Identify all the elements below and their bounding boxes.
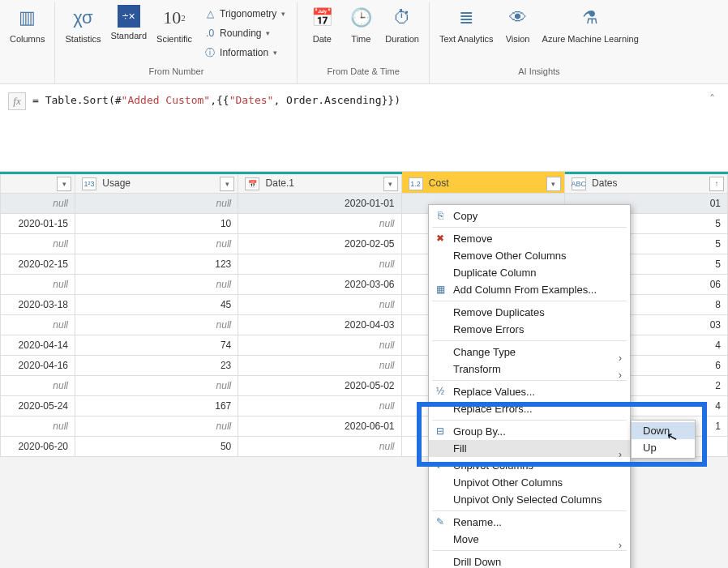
table-cell[interactable]: 2020-02-15 (1, 254, 75, 275)
from-number-group: From Number (148, 66, 203, 78)
information-button[interactable]: ⓘInformation (200, 44, 289, 62)
column-header-dates[interactable]: ABC Dates ↑ (564, 173, 727, 194)
menu-replace-errors[interactable]: Replace Errors... (429, 400, 630, 417)
rounding-icon: .0 (203, 27, 216, 40)
menu-drill-down[interactable]: Drill Down (429, 553, 630, 568)
menu-remove[interactable]: ✖Remove (429, 230, 630, 247)
rounding-button[interactable]: .0Rounding (200, 24, 289, 42)
trig-button[interactable]: △Trigonometry (200, 5, 289, 23)
table-cell[interactable]: null (75, 416, 238, 437)
table-cell[interactable]: null (1, 234, 75, 254)
collapse-formula-button[interactable]: ˄ (704, 92, 720, 105)
table-cell[interactable]: 45 (75, 295, 238, 315)
table-cell[interactable]: 23 (75, 356, 238, 376)
table-cell[interactable]: 74 (75, 335, 238, 356)
fx-button[interactable]: fx (8, 92, 26, 110)
table-cell[interactable]: null (75, 275, 238, 295)
menu-duplicate[interactable]: Duplicate Column (429, 264, 630, 281)
table-cell[interactable]: 2020-01-15 (1, 214, 75, 234)
table-cell[interactable]: null (75, 315, 238, 335)
table-cell[interactable]: null (238, 396, 401, 416)
table-cell[interactable]: 2020-04-03 (238, 315, 401, 335)
menu-change-type[interactable]: Change Type (429, 344, 630, 361)
table-cell[interactable]: 2020-02-05 (238, 234, 401, 254)
table-cell[interactable]: 2020-05-02 (238, 376, 401, 396)
table-cell[interactable]: 167 (75, 396, 238, 416)
menu-fill[interactable]: Fill (429, 440, 630, 457)
menu-unpivot[interactable]: ⤢Unpivot Columns (429, 457, 630, 474)
menu-rename[interactable]: ✎Rename... (429, 514, 630, 531)
filter-dropdown-icon[interactable]: ▾ (57, 177, 71, 191)
info-icon: ⓘ (203, 46, 216, 59)
table-cell[interactable]: 2020-01-01 (238, 194, 401, 214)
menu-remove-err[interactable]: Remove Errors (429, 321, 630, 338)
filter-dropdown-icon[interactable]: ▾ (383, 177, 398, 191)
table-cell[interactable]: 2020-05-24 (1, 396, 75, 416)
menu-add-examples[interactable]: ▦Add Column From Examples... (429, 281, 630, 298)
table-cell[interactable]: null (238, 437, 401, 457)
ai-insights-group: AI Insights (518, 66, 559, 78)
menu-remove-other[interactable]: Remove Other Columns (429, 247, 630, 264)
table-cell[interactable]: 2020-04-14 (1, 335, 75, 356)
menu-move[interactable]: Move (429, 531, 630, 548)
table-cell[interactable]: null (238, 356, 401, 376)
table-cell[interactable]: null (75, 234, 238, 254)
table-cell[interactable]: 50 (75, 437, 238, 457)
submenu-down[interactable]: Down (632, 422, 695, 439)
filter-dropdown-icon[interactable]: ▾ (220, 177, 234, 191)
azure-ml-button[interactable]: ⚗ Azure Machine Learning (537, 3, 644, 45)
column-header-blank[interactable]: ▾ (1, 173, 75, 194)
table-cell[interactable]: null (238, 214, 401, 234)
time-button[interactable]: 🕒 Time (341, 3, 380, 45)
table-cell[interactable]: null (75, 194, 238, 214)
sort-asc-icon[interactable]: ↑ (709, 177, 724, 191)
table-cell[interactable]: null (238, 254, 401, 275)
statistics-button[interactable]: χσ Statistics (60, 3, 105, 45)
menu-copy[interactable]: ⎘Copy (429, 207, 630, 224)
menu-remove-dup[interactable]: Remove Duplicates (429, 304, 630, 321)
decimal-type-icon: 1.2 (409, 177, 423, 190)
table-cell[interactable]: 2020-03-18 (1, 295, 75, 315)
table-cell[interactable]: 10 (75, 214, 238, 234)
table-cell[interactable]: null (1, 275, 75, 295)
table-cell[interactable]: null (75, 376, 238, 396)
vision-button[interactable]: 👁 Vision (499, 3, 537, 45)
standard-icon: ÷× (118, 5, 140, 28)
filter-dropdown-icon[interactable]: ▾ (546, 177, 561, 191)
columns-button[interactable]: ▥ Columns (5, 3, 49, 45)
scientific-button[interactable]: 102 Scientific (152, 3, 197, 45)
date-button[interactable]: 📅 Date (302, 3, 341, 45)
table-cell[interactable]: null (1, 416, 75, 437)
duration-button[interactable]: ⏱ Duration (380, 3, 424, 45)
table-cell[interactable]: 2020-06-20 (1, 437, 75, 457)
table-cell[interactable]: 2020-06-01 (238, 416, 401, 437)
column-header-date1[interactable]: 📅 Date.1 ▾ (238, 173, 401, 194)
table-cell[interactable]: null (1, 194, 75, 214)
table-cell[interactable]: null (1, 376, 75, 396)
menu-unpivot-selected[interactable]: Unpivot Only Selected Columns (429, 491, 630, 508)
sigma-icon: χσ (70, 5, 96, 31)
table-cell[interactable]: 123 (75, 254, 238, 275)
copy-icon: ⎘ (434, 209, 447, 222)
scientific-icon: 102 (161, 5, 187, 31)
column-header-usage[interactable]: 1²3 Usage ▾ (75, 173, 238, 194)
calendar-icon: 📅 (309, 5, 335, 31)
standard-button[interactable]: ÷× Standard (105, 3, 152, 42)
menu-transform[interactable]: Transform (429, 361, 630, 378)
table-cell[interactable]: 2020-03-06 (238, 275, 401, 295)
table-cell[interactable]: null (238, 335, 401, 356)
column-header-cost[interactable]: 1.2 Cost ▾ (401, 173, 564, 194)
text-analytics-button[interactable]: ≣ Text Analytics (435, 3, 499, 45)
formula-bar: fx = Table.Sort(#"Added Custom",{{"Dates… (0, 84, 728, 172)
table-cell[interactable]: null (238, 295, 401, 315)
formula-text[interactable]: = Table.Sort(#"Added Custom",{{"Dates", … (32, 92, 704, 106)
submenu-up[interactable]: Up (632, 439, 695, 456)
menu-replace-values[interactable]: ½Replace Values... (429, 383, 630, 400)
table-cell[interactable]: 2020-04-16 (1, 356, 75, 376)
menu-unpivot-other[interactable]: Unpivot Other Columns (429, 474, 630, 491)
menu-group-by[interactable]: ⊟Group By... (429, 423, 630, 440)
int-type-icon: 1²3 (82, 177, 96, 190)
table-cell[interactable]: null (1, 315, 75, 335)
group-icon: ⊟ (434, 425, 447, 438)
context-menu: ⎘Copy ✖Remove Remove Other Columns Dupli… (428, 204, 631, 568)
